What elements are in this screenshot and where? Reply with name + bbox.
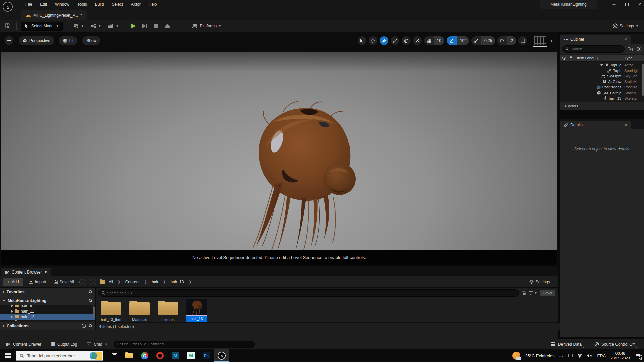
- language-indicator[interactable]: FRA: [597, 353, 606, 358]
- stop-button[interactable]: [152, 22, 160, 30]
- outliner-row-topl[interactable]: TopL SpotLigl: [560, 68, 644, 74]
- play-button[interactable]: [129, 22, 138, 31]
- favorites-section[interactable]: Favorites: [0, 288, 95, 296]
- outliner-scrollbar[interactable]: [642, 64, 644, 96]
- close-button[interactable]: ✕: [637, 2, 642, 7]
- output-log-button[interactable]: Output Log: [47, 340, 80, 349]
- minimize-button[interactable]: ─: [612, 2, 616, 7]
- import-button[interactable]: Import: [26, 278, 48, 286]
- save-button[interactable]: [3, 22, 12, 30]
- speaker-icon[interactable]: [587, 353, 592, 358]
- outliner-settings-button[interactable]: [635, 46, 642, 52]
- taskbar-app-chrome[interactable]: [137, 349, 152, 362]
- grid-snap-control[interactable]: 10: [424, 36, 444, 45]
- asset-search-field[interactable]: [98, 289, 519, 297]
- console-command-input[interactable]: [114, 341, 255, 348]
- tree-item-hair-9[interactable]: hair_9: [0, 305, 95, 308]
- wifi-icon[interactable]: [577, 354, 583, 358]
- menu-window[interactable]: Window: [52, 1, 73, 8]
- select-mode-dropdown[interactable]: Select Mode ▼: [21, 22, 63, 31]
- camera-grid-preview[interactable]: [533, 35, 547, 47]
- derived-data-button[interactable]: Derived Data: [548, 340, 585, 349]
- tree-item-hair-11[interactable]: hair_11: [0, 308, 95, 314]
- add-actor-button[interactable]: ▼: [71, 21, 86, 31]
- outliner-tab[interactable]: Outliner ✕: [560, 35, 631, 44]
- source-control-button[interactable]: Source Control Off: [591, 340, 638, 349]
- skip-button[interactable]: [140, 22, 149, 30]
- save-all-button[interactable]: Save All: [52, 278, 76, 286]
- surface-snap-button[interactable]: [413, 36, 422, 45]
- search-icon[interactable]: [89, 299, 93, 303]
- type-column[interactable]: Type: [623, 56, 644, 60]
- restore-button[interactable]: [625, 3, 629, 6]
- world-local-toggle[interactable]: [402, 36, 411, 45]
- select-tool-button[interactable]: [358, 36, 366, 45]
- asset-tile-folder[interactable]: textures: [157, 299, 179, 322]
- camera-speed-control[interactable]: 2: [497, 36, 516, 45]
- details-tab[interactable]: Details ✕: [560, 121, 631, 129]
- rotate-tool-button[interactable]: [380, 36, 388, 45]
- breadcrumb-all[interactable]: All: [109, 280, 113, 284]
- collections-section[interactable]: Collections: [0, 322, 95, 330]
- taskbar-app-file-explorer[interactable]: [121, 349, 137, 362]
- asset-tile-folder[interactable]: hair_13_fbm: [100, 299, 122, 322]
- back-button[interactable]: ←: [79, 279, 86, 285]
- lit-mode-dropdown[interactable]: Lit: [59, 36, 78, 45]
- task-view-button[interactable]: [108, 349, 121, 362]
- search-weather-widget[interactable]: [89, 352, 102, 360]
- menu-file[interactable]: File: [22, 1, 35, 8]
- save-search-icon[interactable]: [522, 291, 526, 295]
- clock[interactable]: 00:48 23/09/2023: [610, 351, 630, 360]
- breadcrumb-content[interactable]: Content: [125, 280, 140, 284]
- outliner-row-postprocess[interactable]: PostProces PostPro: [560, 84, 644, 90]
- perspective-dropdown[interactable]: Perspective: [19, 36, 54, 45]
- search-icon[interactable]: [89, 324, 93, 328]
- taskbar-app-opera[interactable]: [152, 349, 168, 362]
- taskbar-app-photoshop[interactable]: Ps: [199, 349, 214, 362]
- scale-snap-control[interactable]: 0,25: [471, 36, 495, 45]
- add-collection-icon[interactable]: [82, 324, 86, 328]
- cmd-dropdown[interactable]: Cmd ▼: [83, 340, 111, 349]
- pin-icon[interactable]: [568, 55, 574, 61]
- menu-help[interactable]: Help: [145, 1, 160, 8]
- rotation-snap-control[interactable]: 10°: [447, 36, 469, 45]
- cinematics-button[interactable]: ▼: [106, 22, 121, 31]
- outliner-row-toplig[interactable]: TopLig Actor: [560, 62, 644, 68]
- viewport-options-button[interactable]: [5, 36, 13, 45]
- outliner-search-field[interactable]: [562, 45, 625, 53]
- weather-text[interactable]: 25°C Eclaircies: [525, 353, 554, 358]
- menu-edit[interactable]: Edit: [37, 1, 50, 8]
- add-folder-button[interactable]: [627, 46, 633, 52]
- filter-dropdown[interactable]: ▼: [529, 291, 537, 295]
- viewport[interactable]: Perspective Lit Show: [0, 32, 558, 339]
- outliner-row-skylight[interactable]: SkyLight SkyLigh: [560, 73, 644, 79]
- blueprints-button[interactable]: ▼: [89, 22, 103, 31]
- viewport-render[interactable]: [1, 52, 557, 250]
- content-browser-tab[interactable]: Content Browser ✕: [1, 268, 51, 276]
- tree-scrollbar[interactable]: [93, 306, 95, 318]
- close-icon[interactable]: ✕: [44, 270, 47, 275]
- taskbar-app-maya[interactable]: M: [168, 349, 183, 362]
- screen-cast-icon[interactable]: [568, 353, 573, 358]
- level-filter-chip[interactable]: Level: [540, 290, 555, 296]
- visibility-eye-icon[interactable]: [561, 55, 568, 61]
- outliner-column-header[interactable]: Item Label ▲ Type: [560, 54, 644, 62]
- outliner-row-airglow[interactable]: AirGlow StaticM: [560, 79, 644, 85]
- tree-item-hair-13-selected[interactable]: hair_13: [0, 314, 95, 320]
- translate-tool-button[interactable]: [369, 36, 377, 45]
- add-button[interactable]: + Add: [3, 278, 23, 286]
- menu-build[interactable]: Build: [92, 1, 107, 8]
- notification-center-icon[interactable]: 3: [635, 353, 641, 358]
- tree-item-hair-14[interactable]: hair_14: [0, 320, 95, 321]
- tab-level-asset[interactable]: MHC_LightingPreset_P... *: [21, 10, 87, 20]
- content-browser-settings-button[interactable]: Settings: [529, 280, 555, 284]
- search-icon[interactable]: [89, 290, 93, 294]
- start-button[interactable]: [0, 349, 16, 362]
- eject-button[interactable]: [163, 22, 172, 30]
- viewport-layout-button[interactable]: [518, 36, 527, 45]
- close-icon[interactable]: ✕: [624, 37, 627, 42]
- outliner-row-sm-halfsp[interactable]: SM_HalfSp StaticM: [560, 90, 644, 96]
- item-label-column[interactable]: Item Label: [577, 56, 594, 60]
- tray-expand-chevron[interactable]: ︿: [559, 353, 564, 359]
- platforms-dropdown[interactable]: Platforms ▼: [189, 22, 223, 30]
